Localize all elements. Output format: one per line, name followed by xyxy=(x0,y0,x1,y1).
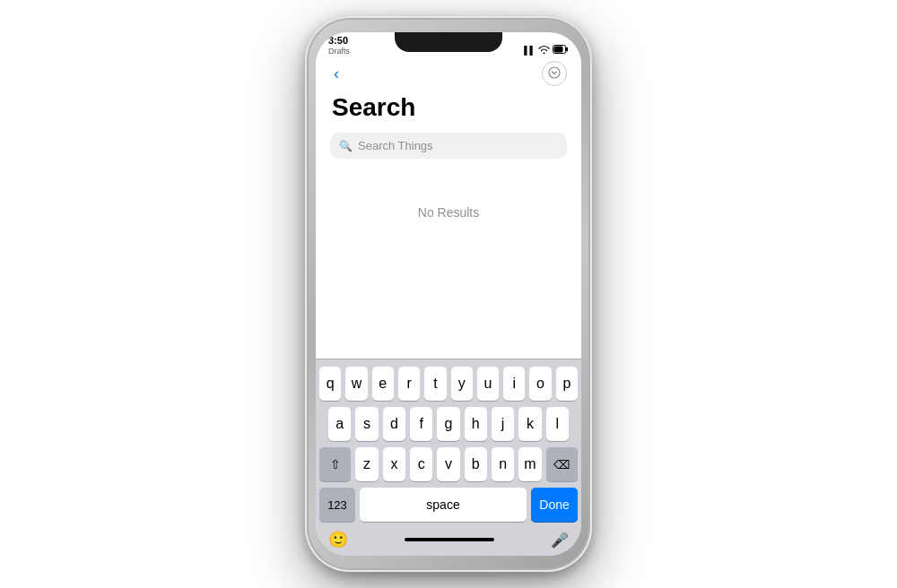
no-results-area: No Results xyxy=(330,159,567,266)
key-d[interactable]: d xyxy=(383,407,405,441)
key-w[interactable]: w xyxy=(345,367,367,401)
key-t[interactable]: t xyxy=(424,367,446,401)
done-key[interactable]: Done xyxy=(531,488,578,522)
key-y[interactable]: y xyxy=(451,367,473,401)
status-subtitle: Drafts xyxy=(328,47,350,56)
key-o[interactable]: o xyxy=(529,367,551,401)
keyboard-row-1: q w e r t y u i o p xyxy=(319,367,578,401)
search-placeholder: Search Things xyxy=(358,139,433,152)
home-indicator xyxy=(405,538,494,541)
phone-screen: 3:50 Drafts ▌▌ xyxy=(316,32,581,556)
circle-button[interactable] xyxy=(542,61,567,86)
key-z[interactable]: z xyxy=(355,447,378,481)
numbers-key[interactable]: 123 xyxy=(319,488,355,522)
chevron-down-icon xyxy=(548,66,561,82)
key-p[interactable]: p xyxy=(556,367,578,401)
wifi-icon xyxy=(538,45,550,56)
keyboard: q w e r t y u i o p a s d f g h j k xyxy=(316,359,581,556)
app-content: ‹ Search 🔍 Search Things No Results xyxy=(316,57,581,266)
key-u[interactable]: u xyxy=(477,367,499,401)
microphone-icon[interactable]: 🎤 xyxy=(551,532,569,549)
key-n[interactable]: n xyxy=(492,447,514,481)
key-h[interactable]: h xyxy=(465,407,487,441)
key-q[interactable]: q xyxy=(319,367,341,401)
key-x[interactable]: x xyxy=(383,447,405,481)
keyboard-bottom-row: 123 space Done xyxy=(319,488,578,525)
key-f[interactable]: f xyxy=(410,407,432,441)
key-a[interactable]: a xyxy=(328,407,351,441)
notch xyxy=(395,32,502,52)
key-v[interactable]: v xyxy=(437,447,459,481)
nav-row: ‹ xyxy=(330,57,567,93)
delete-key[interactable]: ⌫ xyxy=(546,447,578,481)
keyboard-row-3: ⇧ z x c v b n m ⌫ xyxy=(319,447,578,481)
status-right: ▌▌ xyxy=(524,45,569,56)
svg-point-3 xyxy=(549,67,560,78)
key-l[interactable]: l xyxy=(546,407,569,441)
key-e[interactable]: e xyxy=(372,367,394,401)
status-time: 3:50 xyxy=(328,35,350,47)
back-button[interactable]: ‹ xyxy=(330,63,343,85)
signal-icon: ▌▌ xyxy=(524,46,536,55)
svg-rect-2 xyxy=(554,47,563,53)
keyboard-emoji-row: 🙂 🎤 xyxy=(319,525,578,556)
key-s[interactable]: s xyxy=(355,407,378,441)
key-m[interactable]: m xyxy=(518,447,541,481)
key-j[interactable]: j xyxy=(492,407,514,441)
phone-device: 3:50 Drafts ▌▌ xyxy=(305,16,592,572)
key-g[interactable]: g xyxy=(437,407,459,441)
space-key[interactable]: space xyxy=(360,488,527,522)
keyboard-row-2: a s d f g h j k l xyxy=(319,407,578,441)
key-c[interactable]: c xyxy=(410,447,432,481)
battery-icon xyxy=(553,45,569,56)
key-k[interactable]: k xyxy=(518,407,541,441)
key-b[interactable]: b xyxy=(465,447,487,481)
emoji-icon[interactable]: 🙂 xyxy=(328,530,348,549)
no-results-text: No Results xyxy=(418,205,479,220)
page-title: Search xyxy=(330,93,567,122)
search-icon: 🔍 xyxy=(339,140,353,152)
status-left: 3:50 Drafts xyxy=(328,35,350,56)
svg-rect-1 xyxy=(566,48,568,52)
search-bar[interactable]: 🔍 Search Things xyxy=(330,133,567,159)
shift-key[interactable]: ⇧ xyxy=(319,447,351,481)
key-r[interactable]: r xyxy=(398,367,420,401)
key-i[interactable]: i xyxy=(503,367,525,401)
